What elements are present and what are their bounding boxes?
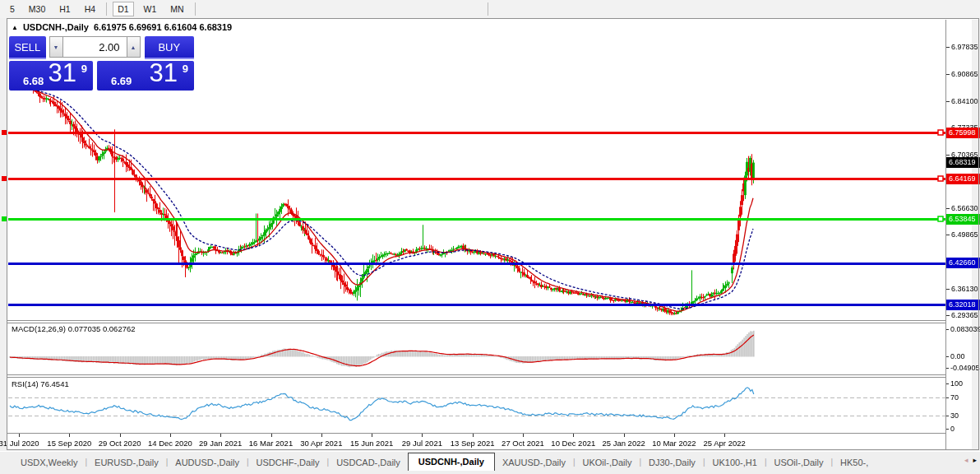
volume-stepper: ▼ ▲ xyxy=(49,36,141,58)
price-tick-label: 6.49865 xyxy=(951,230,978,239)
date-tick-label: 30 Apr 2021 xyxy=(300,439,342,448)
rsi-label: RSI(14) 76.4541 xyxy=(12,379,69,388)
macd-label: MACD(12,26,9) 0.077035 0.062762 xyxy=(12,324,136,333)
symbol-tab-audusd-daily[interactable]: AUDUSD-,Daily xyxy=(168,453,247,471)
timeframe-button-m30[interactable]: M30 xyxy=(25,2,49,16)
rsi-axis-value: 30 xyxy=(950,411,959,420)
timeframe-button-h4[interactable]: H4 xyxy=(81,2,99,16)
macd-axis-value: -0.049054 xyxy=(950,364,980,372)
price-tick-label: 6.29365 xyxy=(951,311,978,319)
date-tick-label: 29 Oct 2020 xyxy=(99,439,141,448)
date-tick-label: 15 Jun 2021 xyxy=(350,439,393,448)
date-tick-label: 27 Oct 2021 xyxy=(502,439,544,448)
price-tick-label: 6.36130 xyxy=(951,285,978,293)
toolbar-separator xyxy=(488,2,488,16)
hline-price-label: 6.42660 xyxy=(946,258,980,268)
date-tick-label: 10 Mar 2022 xyxy=(652,439,696,448)
rsi-separator-bottom xyxy=(7,377,945,378)
one-click-trade-panel: SELL ▼ ▲ BUY 6.68 31 9 6.69 31 9 xyxy=(9,36,194,91)
symbol-tab-usdx-weekly[interactable]: USDX,Weekly xyxy=(13,453,85,471)
symbol-tab-xauusd-daily[interactable]: XAUUSD-,Daily xyxy=(495,453,573,471)
macd-separator-top[interactable] xyxy=(7,320,945,321)
date-tick-label: 25 Jan 2022 xyxy=(602,439,645,448)
rsi-separator-top[interactable] xyxy=(7,374,945,375)
hline-price-label: 6.53845 xyxy=(946,214,980,225)
symbol-tab-usoil-daily[interactable]: USOil-,Daily xyxy=(767,453,831,471)
date-tick-label: 29 Jan 2021 xyxy=(199,439,242,448)
buy-price-prefix: 6.69 xyxy=(111,75,132,87)
volume-decrease-button[interactable]: ▼ xyxy=(49,36,63,58)
date-tick-label: 13 Sep 2021 xyxy=(451,439,495,448)
chart-ohlc-values: 6.61975 6.69691 6.61604 6.68319 xyxy=(94,22,232,32)
date-tick-label: 15 Sep 2020 xyxy=(47,439,91,448)
symbol-tabbar: USDX,Weekly|EURUSD-,Daily|AUDUSD-,Daily|… xyxy=(0,451,980,474)
symbol-tab-ukoil-daily[interactable]: UKOil-,Daily xyxy=(576,453,640,471)
window-border-bottom xyxy=(7,449,979,450)
timeframe-toolbar: 5M30H1H4D1W1MN xyxy=(0,0,980,18)
date-tick-label: 10 Dec 2021 xyxy=(551,439,595,448)
timeframe-button-5[interactable]: 5 xyxy=(6,2,19,16)
sell-button[interactable]: SELL xyxy=(9,36,46,59)
timeframe-button-w1[interactable]: W1 xyxy=(140,2,161,16)
symbol-tab-eurusd-daily[interactable]: EURUSD-,Daily xyxy=(87,453,166,471)
buy-button[interactable]: BUY xyxy=(145,36,194,59)
date-axis-border xyxy=(7,433,945,434)
symbol-tab-uk100-h1[interactable]: UK100-,H1 xyxy=(705,453,764,471)
symbol-tab-usdcad-daily[interactable]: USDCAD-,Daily xyxy=(329,453,408,471)
macd-axis-value: 0.083039 xyxy=(950,325,980,333)
chart-symbol-title: USDCNH-,Daily xyxy=(23,22,89,32)
toolbar-separator xyxy=(195,2,196,16)
tab-scroll-left-icon[interactable]: ◂ xyxy=(964,456,968,464)
hline-price-label: 6.32018 xyxy=(946,300,980,310)
symbol-tab-dj30-daily[interactable]: DJ30-,Daily xyxy=(641,453,703,471)
date-tick-label: 29 Jul 2021 xyxy=(402,439,442,448)
rsi-axis-value: 0 xyxy=(950,425,955,433)
symbol-tab-hk50[interactable]: HK50-, xyxy=(833,453,876,471)
hline-price-label: 6.64169 xyxy=(946,174,980,184)
symbol-tab-usdcnh-daily[interactable]: USDCNH-,Daily xyxy=(408,453,495,471)
hline-price-label: 6.75998 xyxy=(946,128,980,138)
price-tick-label: 6.97835 xyxy=(951,43,978,51)
sell-price-prefix: 6.68 xyxy=(23,75,44,87)
window-border-top-hl xyxy=(7,19,978,20)
chart-title-row: ▲ USDCNH-,Daily 6.61975 6.69691 6.61604 … xyxy=(12,22,232,32)
volume-increase-button[interactable]: ▲ xyxy=(127,36,141,58)
timeframe-button-h1[interactable]: H1 xyxy=(55,2,74,16)
rsi-axis-value: 100 xyxy=(950,379,963,388)
buy-price-pips: 31 xyxy=(150,58,178,88)
axis-separator xyxy=(945,20,946,449)
collapse-arrow-icon[interactable]: ▲ xyxy=(12,24,18,31)
tab-scroll-right-icon[interactable]: ▸ xyxy=(973,456,977,464)
current-price-label: 6.68319 xyxy=(946,157,980,168)
timeframe-button-mn[interactable]: MN xyxy=(166,2,187,16)
buy-price-box[interactable]: 6.69 31 9 xyxy=(97,61,194,91)
macd-axis-value: 0.00 xyxy=(950,352,965,360)
date-tick-label: 25 Apr 2022 xyxy=(704,439,746,448)
window-border-right xyxy=(978,18,979,450)
timeframe-button-d1[interactable]: D1 xyxy=(113,2,133,16)
window-border-left-hl xyxy=(7,20,8,449)
price-tick-label: 6.56630 xyxy=(951,204,978,212)
price-tick-label: 6.90865 xyxy=(951,70,978,78)
sell-price-pips: 31 xyxy=(49,58,76,88)
tab-scroll-arrows: ◂ ▸ xyxy=(964,456,977,464)
volume-input[interactable] xyxy=(63,36,127,58)
symbol-tab-usdchf-daily[interactable]: USDCHF-,Daily xyxy=(249,453,327,471)
buy-price-point: 9 xyxy=(183,63,188,75)
date-tick-label: 14 Dec 2020 xyxy=(148,439,192,448)
toolbar-separator xyxy=(106,2,107,16)
date-tick-label: 16 Mar 2021 xyxy=(249,439,293,448)
sell-price-box[interactable]: 6.68 31 9 xyxy=(9,61,93,91)
price-tick-label: 6.84100 xyxy=(951,97,978,105)
rsi-axis-value: 70 xyxy=(950,393,959,402)
macd-separator-bottom xyxy=(7,323,945,323)
sell-price-point: 9 xyxy=(81,63,87,75)
